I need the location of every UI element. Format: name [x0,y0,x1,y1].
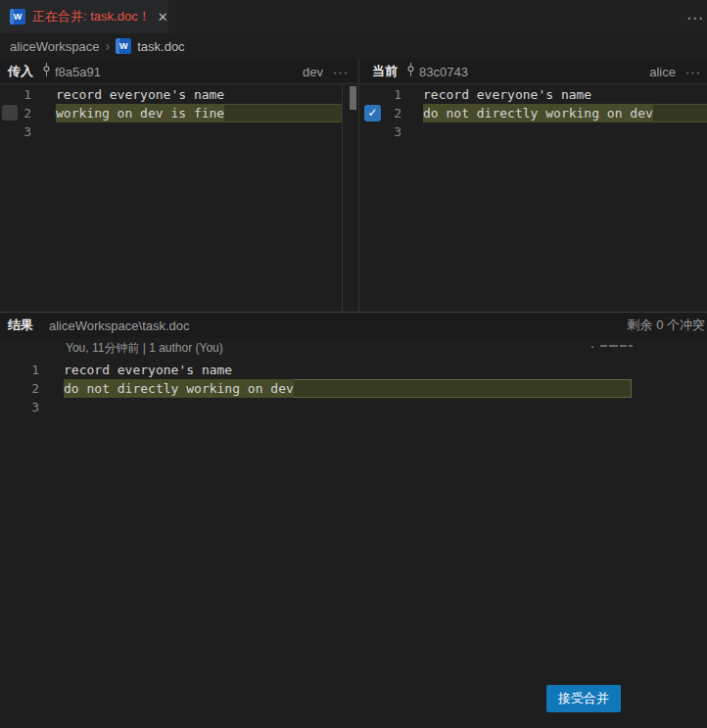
accept-current-checkbox[interactable]: ✓ [364,105,381,121]
codelens-authors[interactable]: You, 11分钟前 | 1 author (You) [66,340,223,357]
result-pane-title: 结果 [8,316,33,334]
result-pane-header: 结果 aliceWorkspace\task.doc 剩余 0 个冲突 [0,313,707,338]
current-pane-title: 当前 [372,63,398,80]
incoming-line-2[interactable]: 2 working on dev is fine [0,104,342,122]
code-text[interactable]: record everyone's name [423,85,591,104]
line-number: 2 [0,104,31,122]
line-number: 3 [0,398,39,416]
result-file-path: aliceWorkspace\task.doc [49,318,190,333]
line-number: 1 [0,361,39,379]
incoming-pane-header: 传入 f8a5a91 dev ··· [0,59,358,84]
current-more-actions-icon[interactable]: ··· [685,65,701,79]
tab-merging-task-doc[interactable]: W 正在合并: task.doc！ ✕ [0,0,168,33]
line-number: 3 [386,122,401,141]
editor-actions-more-icon[interactable]: ⋯ [686,8,703,28]
vertical-scrollbar[interactable] [350,86,356,110]
current-line-1[interactable]: 1 record everyone's name [359,85,707,104]
word-file-icon: W [116,38,131,54]
line-number: 1 [0,85,31,104]
word-file-icon: W [10,9,25,24]
tab-bar: W 正在合并: task.doc！ ✕ ⋯ [0,0,707,33]
git-commit-icon [405,63,416,80]
incoming-more-actions-icon[interactable]: ··· [333,65,349,79]
minimap-text-marks [591,342,650,350]
result-line-3[interactable]: 3 [0,398,707,416]
pane-boundary-line [342,84,343,312]
code-text[interactable]: do not directly working on dev [423,104,653,122]
tab-title: 正在合并: task.doc！ [32,8,151,25]
incoming-line-3[interactable]: 3 [0,122,342,141]
line-number: 1 [386,85,401,104]
code-text[interactable]: record everyone's name [64,361,232,379]
code-text[interactable]: working on dev is fine [56,104,224,122]
line-number: 2 [0,379,39,398]
current-commit-hash: 83c0743 [419,65,468,79]
code-text[interactable]: do not directly working on dev [64,379,294,398]
incoming-branch-name: dev [303,65,323,79]
result-line-2[interactable]: 2 do not directly working on dev [0,379,707,398]
conflicts-remaining-label: 剩余 0 个冲突 [628,316,705,334]
code-text[interactable]: record everyone's name [56,85,224,104]
header-divider [0,83,707,84]
breadcrumb-file[interactable]: task.doc [137,39,184,54]
incoming-commit-hash: f8a5a91 [55,65,101,79]
current-pane-header: 当前 83c0743 alice ··· [359,59,707,84]
accept-merge-button[interactable]: 接受合并 [546,685,621,712]
git-commit-icon [41,63,52,80]
result-line-1[interactable]: 1 record everyone's name [0,361,707,379]
breadcrumb: aliceWorkspace › W task.doc [0,33,707,59]
current-branch-name: alice [649,65,676,79]
close-icon[interactable]: ✕ [158,11,168,24]
incoming-pane-title: 传入 [8,63,33,80]
merge-editor-window: W 正在合并: task.doc！ ✕ ⋯ aliceWorkspace › W… [0,0,707,728]
line-number: 3 [0,122,31,141]
current-line-3[interactable]: 3 [359,122,707,141]
breadcrumb-workspace[interactable]: aliceWorkspace [10,39,100,54]
line-number: 2 [386,104,401,122]
chevron-right-icon: › [106,38,111,54]
current-line-2[interactable]: ✓ 2 do not directly working on dev [359,104,707,122]
incoming-line-1[interactable]: 1 record everyone's name [0,85,342,104]
